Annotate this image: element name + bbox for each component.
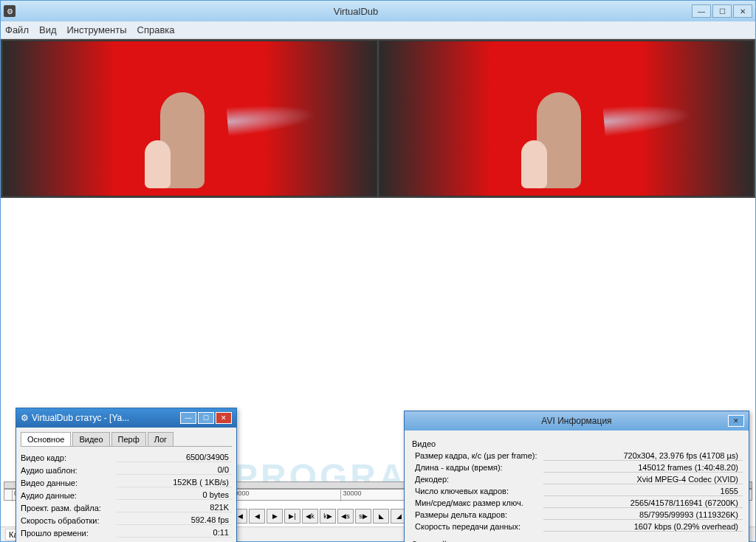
tab-perf[interactable]: Перф xyxy=(111,432,146,446)
mark-in-button[interactable]: ◣ xyxy=(373,509,389,524)
window-buttons: — ☐ ✕ xyxy=(692,4,752,18)
val-datarate: 1607 kbps (0.29% overhead) xyxy=(543,522,743,532)
goto-end-button[interactable]: ▶| xyxy=(284,509,300,524)
val-proc-speed: 592.48 fps xyxy=(117,515,232,525)
lbl-keyframes: Число ключевых кадров: xyxy=(410,487,543,495)
val-decoder: Xvid MPEG-4 Codec (XVID) xyxy=(543,475,743,484)
val-proj-size: 821K xyxy=(117,503,232,512)
lbl-datarate: Скорость передачи данных: xyxy=(410,522,543,531)
key-prev-button[interactable]: ◀k xyxy=(302,509,318,524)
content-area: BOXPROGRAMS.RU 0 10000 20000 30000 40000… xyxy=(1,198,755,541)
titlebar: ⚙ VirtualDub — ☐ ✕ xyxy=(1,1,755,21)
menu-file[interactable]: Файл xyxy=(5,24,29,35)
gear-icon: ⚙ xyxy=(21,413,29,423)
lbl-delta-size: Размеры дельта кадров: xyxy=(410,510,543,519)
app-icon: ⚙ xyxy=(4,5,16,17)
input-frame xyxy=(3,41,377,196)
val-delta-size: 85/7995/99993 (1119326K) xyxy=(543,510,743,520)
val-video-data: 152KB ( 1KB/s) xyxy=(117,478,232,487)
avi-titlebar[interactable]: AVI Информация ✕ xyxy=(405,411,749,430)
video-area xyxy=(1,39,755,198)
status-min-button[interactable]: — xyxy=(180,412,196,424)
avi-title: AVI Информация xyxy=(541,416,611,426)
val-frame-size: 720x304, 23.976 fps (41708 µs) xyxy=(543,451,743,461)
avi-close-button[interactable]: ✕ xyxy=(728,415,744,427)
lbl-key-size: Мин/сред/макс размер ключ. xyxy=(410,498,543,507)
character-baby xyxy=(521,140,547,188)
input-video-pane[interactable] xyxy=(2,41,377,196)
stat-grid: Видео кадр:6500/34905 Аудио шаблон:0/0 В… xyxy=(21,451,232,542)
menu-help[interactable]: Справка xyxy=(137,24,175,35)
status-body: Основное Видео Перф Лог Видео кадр:6500/… xyxy=(16,428,236,542)
menu-tools[interactable]: Инструменты xyxy=(67,24,127,35)
lbl-video-data: Видео данные: xyxy=(21,478,117,487)
status-dialog-titlebar[interactable]: ⚙ VirtualDub статус - [Ya... — ☐ ✕ xyxy=(16,408,236,428)
status-dialog: ⚙ VirtualDub статус - [Ya... — ☐ ✕ Основ… xyxy=(16,408,237,542)
val-length: 145012 frames (1:40:48.20) xyxy=(543,463,743,473)
val-key-size: 2565/41578/116941 (67200K) xyxy=(543,498,743,508)
character-baby xyxy=(145,140,171,188)
output-video-pane[interactable] xyxy=(379,41,754,196)
minimize-button[interactable]: — xyxy=(692,4,711,18)
output-frame xyxy=(379,41,753,196)
status-dialog-title: VirtualDub статус - [Ya... xyxy=(32,413,180,423)
scene-prev-button[interactable]: ◀s xyxy=(337,509,354,524)
menu-view[interactable]: Вид xyxy=(39,24,57,35)
app-title: VirtualDub xyxy=(20,6,692,17)
lbl-decoder: Декодер: xyxy=(410,475,543,484)
status-close-button[interactable]: ✕ xyxy=(216,412,232,424)
val-audio-tpl: 0/0 xyxy=(117,465,232,475)
menubar: Файл Вид Инструменты Справка xyxy=(1,21,755,39)
lbl-audio-tpl: Аудио шаблон: xyxy=(21,466,117,475)
status-max-button[interactable]: ☐ xyxy=(198,412,214,424)
step-fwd-button[interactable]: ▶ xyxy=(267,509,283,524)
tab-main[interactable]: Основное xyxy=(21,432,71,446)
val-keyframes: 1655 xyxy=(543,487,743,496)
val-audio-data: 0 bytes xyxy=(117,490,232,500)
close-button[interactable]: ✕ xyxy=(733,4,752,18)
status-tabs: Основное Видео Перф Лог xyxy=(21,432,232,447)
lbl-audio-data: Аудио данные: xyxy=(21,491,117,500)
val-video-frame: 6500/34905 xyxy=(117,453,232,462)
scene-next-button[interactable]: s▶ xyxy=(355,509,371,524)
avi-info-dialog: AVI Информация ✕ Видео Размер кадра, к/с… xyxy=(404,411,749,542)
tick: 30000 xyxy=(340,490,361,501)
lbl-length: Длина - кадры (время): xyxy=(410,463,543,472)
step-back-button[interactable]: ◀ xyxy=(249,509,265,524)
tab-log[interactable]: Лог xyxy=(148,432,173,446)
video-section-title: Видео xyxy=(412,439,743,448)
lbl-video-frame: Видео кадр: xyxy=(21,453,117,462)
lbl-elapsed: Прошло времени: xyxy=(21,529,117,538)
lbl-frame-size: Размер кадра, к/с (µs per frame): xyxy=(410,451,543,460)
lbl-proc-speed: Скорость обработки: xyxy=(21,516,117,525)
lbl-proj-size: Проект. разм. файла: xyxy=(21,504,117,512)
tab-video[interactable]: Видео xyxy=(72,432,109,446)
avi-body: Видео Размер кадра, к/с (µs per frame):7… xyxy=(405,430,749,542)
maximize-button[interactable]: ☐ xyxy=(712,4,732,18)
main-window: ⚙ VirtualDub — ☐ ✕ Файл Вид Инструменты … xyxy=(0,0,756,542)
val-elapsed: 0:11 xyxy=(117,528,232,538)
key-next-button[interactable]: k▶ xyxy=(320,509,336,524)
